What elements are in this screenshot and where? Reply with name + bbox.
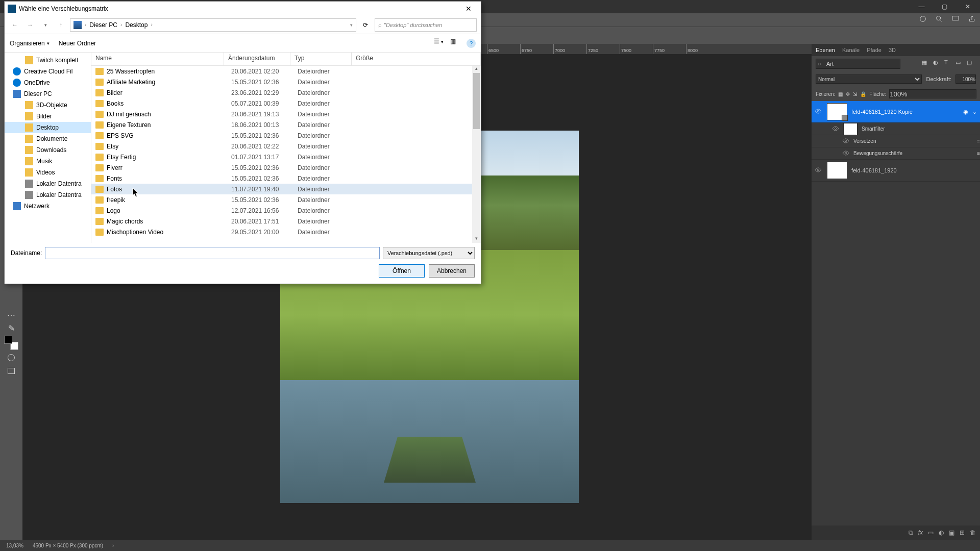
tree-item[interactable]: Netzwerk xyxy=(5,201,91,212)
smartfilter-header[interactable]: Smartfilter xyxy=(812,123,980,135)
file-row[interactable]: Bilder23.06.2021 02:29Dateiordner xyxy=(91,87,481,98)
tree-item[interactable]: Downloads xyxy=(5,144,91,156)
tree-item[interactable]: Lokaler Datentra xyxy=(5,178,91,189)
file-row[interactable]: 25 Wassertropfen20.06.2021 02:20Dateiord… xyxy=(91,66,481,77)
zoom-level[interactable]: 13,03% xyxy=(6,543,23,548)
file-row[interactable]: Eigene Texturen18.06.2021 00:13Dateiordn… xyxy=(91,119,481,130)
help-button[interactable]: ? xyxy=(467,39,476,48)
file-row[interactable]: DJ mit geräusch20.06.2021 19:13Dateiordn… xyxy=(91,109,481,119)
lock-artboard-icon[interactable]: ⇲ xyxy=(853,91,857,97)
share-icon[interactable] xyxy=(968,15,976,25)
visibility-toggle-icon[interactable] xyxy=(815,166,823,174)
layer-group-icon[interactable]: ▣ xyxy=(949,529,954,536)
visibility-toggle-icon[interactable] xyxy=(842,149,849,158)
filename-input[interactable] xyxy=(45,247,380,259)
tree-item[interactable]: Dieser PC xyxy=(5,88,91,99)
tree-item[interactable]: Bilder xyxy=(5,111,91,122)
file-row[interactable]: Fotos11.07.2021 19:40Dateiordner xyxy=(91,184,481,194)
fill-input[interactable] xyxy=(889,89,976,98)
dialog-titlebar[interactable]: Wähle eine Verschiebungsmatrix ✕ xyxy=(5,2,481,16)
layer-name[interactable]: feld-406181_1920 xyxy=(851,167,897,173)
organize-button[interactable]: Organisieren▾ xyxy=(10,40,50,47)
filter-shape-icon[interactable]: ▭ xyxy=(955,59,965,68)
visibility-toggle-icon[interactable] xyxy=(842,137,849,145)
tab-channels[interactable]: Kanäle xyxy=(842,47,860,53)
filter-options-icon[interactable]: ≡ xyxy=(977,138,980,144)
file-list[interactable]: 25 Wassertropfen20.06.2021 02:20Dateiord… xyxy=(91,66,481,243)
file-row[interactable]: Etsy Fertig01.07.2021 13:17Dateiordner xyxy=(91,152,481,162)
file-row[interactable]: Logo12.07.2021 16:56Dateiordner xyxy=(91,205,481,216)
window-minimize-button[interactable]: — xyxy=(910,0,933,13)
file-row[interactable]: Fonts15.05.2021 02:36Dateiordner xyxy=(91,173,481,184)
file-row[interactable]: Etsy20.06.2021 02:22Dateiordner xyxy=(91,141,481,152)
dialog-close-button[interactable]: ✕ xyxy=(458,2,479,15)
refresh-button[interactable]: ⟳ xyxy=(359,19,372,31)
foreground-background-swatch[interactable] xyxy=(4,336,18,350)
smartfilter-item[interactable]: Versetzen≡ xyxy=(812,135,980,147)
filter-type-icon[interactable]: T xyxy=(944,59,953,68)
layer-filter-input[interactable] xyxy=(816,59,900,69)
visibility-toggle-icon[interactable] xyxy=(815,108,823,116)
tree-item[interactable]: Creative Cloud Fil xyxy=(5,66,91,77)
workspace-icon[interactable] xyxy=(951,15,960,25)
search-icon[interactable] xyxy=(935,15,943,25)
layer-thumbnail[interactable] xyxy=(827,103,847,120)
preview-pane-button[interactable]: ▥ xyxy=(450,38,461,49)
nav-recent-button[interactable]: ▾ xyxy=(39,19,52,31)
link-layers-icon[interactable]: ⧉ xyxy=(909,529,913,536)
file-row[interactable]: freepik15.05.2021 02:36Dateiordner xyxy=(91,194,481,205)
nav-up-button[interactable]: ↑ xyxy=(55,19,67,31)
tree-item[interactable]: Lokaler Datentra xyxy=(5,189,91,201)
new-layer-icon[interactable]: ⊞ xyxy=(960,529,965,536)
filter-smart-icon[interactable]: ▢ xyxy=(967,59,976,68)
file-list-header[interactable]: Name Änderungsdatum Typ Größe xyxy=(91,53,481,66)
adjustment-layer-icon[interactable]: ◐ xyxy=(939,529,944,536)
tab-paths[interactable]: Pfade xyxy=(867,47,881,53)
blend-mode-select[interactable]: Normal xyxy=(816,74,922,84)
search-box[interactable]: ⌕ "Desktop" durchsuchen xyxy=(375,18,477,32)
lock-pixels-icon[interactable]: ▦ xyxy=(838,91,843,97)
layer-name[interactable]: feld-406181_1920 Kopie xyxy=(851,109,913,115)
file-row[interactable]: Affiliate Marketing15.05.2021 02:36Datei… xyxy=(91,77,481,87)
cancel-button[interactable]: Abbrechen xyxy=(429,264,475,278)
column-type[interactable]: Typ xyxy=(290,53,352,65)
layer-thumbnail[interactable] xyxy=(827,162,847,179)
lock-all-icon[interactable]: 🔒 xyxy=(860,91,866,97)
window-maximize-button[interactable]: ▢ xyxy=(933,0,956,13)
file-row[interactable]: Fiverr15.05.2021 02:36Dateiordner xyxy=(91,162,481,173)
quickmask-icon[interactable] xyxy=(6,352,17,363)
tree-item[interactable]: 3D-Objekte xyxy=(5,99,91,111)
tab-3d[interactable]: 3D xyxy=(889,47,896,53)
nav-forward-button[interactable]: → xyxy=(24,19,36,31)
filter-toggle-icon[interactable]: ◉ xyxy=(963,109,968,115)
tree-item[interactable]: Dokumente xyxy=(5,133,91,144)
scrollbar-thumb[interactable] xyxy=(473,73,480,129)
smartfilter-item[interactable]: Bewegungsunschärfe≡ xyxy=(812,147,980,160)
view-mode-button[interactable]: ☰ ▾ xyxy=(434,38,445,49)
filter-image-icon[interactable]: ▦ xyxy=(922,59,931,68)
breadcrumb-item[interactable]: Dieser PC xyxy=(89,21,117,29)
file-type-select[interactable]: Verschiebungsdatei (.psd) xyxy=(383,247,475,259)
cloud-icon[interactable] xyxy=(919,15,927,25)
edit-toolbar-icon[interactable]: ✎ xyxy=(6,322,17,334)
filter-mask-thumb[interactable] xyxy=(843,123,857,135)
new-folder-button[interactable]: Neuer Ordner xyxy=(59,40,96,47)
layer-fx-icon[interactable]: fx xyxy=(918,529,923,536)
file-row[interactable]: Books05.07.2021 00:39Dateiordner xyxy=(91,98,481,109)
delete-layer-icon[interactable]: 🗑 xyxy=(970,529,976,536)
nav-back-button[interactable]: ← xyxy=(9,19,21,31)
breadcrumb-dropdown-icon[interactable]: ▾ xyxy=(350,22,353,28)
lock-position-icon[interactable]: ✥ xyxy=(846,91,850,97)
filter-adjust-icon[interactable]: ◐ xyxy=(933,59,942,68)
chevron-icon[interactable]: ⌄ xyxy=(972,109,977,115)
breadcrumb-bar[interactable]: › Dieser PC › Desktop › ▾ xyxy=(70,18,356,32)
tree-item[interactable]: Musik xyxy=(5,156,91,167)
window-close-button[interactable]: ✕ xyxy=(956,0,979,13)
column-name[interactable]: Name xyxy=(91,53,224,65)
column-date[interactable]: Änderungsdatum xyxy=(224,53,290,65)
tree-item[interactable]: Desktop xyxy=(5,122,91,133)
tab-layers[interactable]: Ebenen xyxy=(816,47,835,53)
layer-row[interactable]: feld-406181_1920 Kopie◉⌄ xyxy=(812,101,980,123)
breadcrumb-item[interactable]: Desktop xyxy=(125,21,148,29)
tree-item[interactable]: Twitch komplett xyxy=(5,55,91,66)
